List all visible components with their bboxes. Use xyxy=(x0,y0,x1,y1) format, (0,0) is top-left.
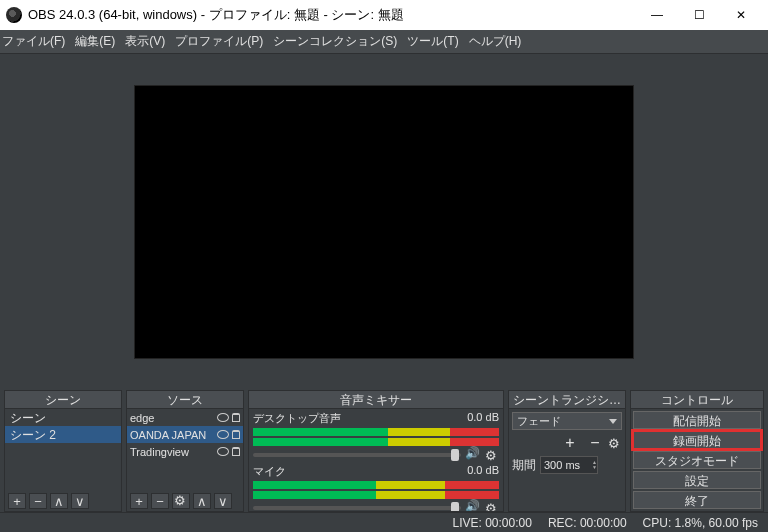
source-item[interactable]: Tradingview xyxy=(127,443,243,460)
scene-item[interactable]: シーン 2 xyxy=(5,426,121,443)
source-item[interactable]: edge xyxy=(127,409,243,426)
transitions-header: シーントランジシ… xyxy=(509,391,625,409)
source-down-button[interactable]: ∨ xyxy=(214,493,232,509)
mixer-dock: 音声ミキサー デスクトップ音声 0.0 dB マイク 0.0 dB xyxy=(248,390,504,512)
menu-tools[interactable]: ツール(T) xyxy=(407,33,458,50)
menu-profile[interactable]: プロファイル(P) xyxy=(175,33,263,50)
sources-header: ソース xyxy=(127,391,243,409)
spin-down-icon[interactable]: ▼ xyxy=(592,465,597,470)
channel-level: 0.0 dB xyxy=(467,464,499,479)
gear-icon xyxy=(174,494,188,508)
transitions-dock: シーントランジシ… フェード + − 期間 300 ms ▲▼ xyxy=(508,390,626,512)
scenes-footer: + − ∧ ∨ xyxy=(5,491,121,511)
menu-view[interactable]: 表示(V) xyxy=(125,33,165,50)
lock-icon[interactable] xyxy=(232,430,240,439)
gear-icon[interactable] xyxy=(485,501,499,511)
chevron-down-icon xyxy=(609,419,617,424)
status-bar: LIVE: 00:00:00 REC: 00:00:00 CPU: 1.8%, … xyxy=(0,512,768,532)
add-scene-button[interactable]: + xyxy=(8,493,26,509)
source-item[interactable]: OANDA JAPAN xyxy=(127,426,243,443)
menu-bar: ファイル(F) 編集(E) 表示(V) プロファイル(P) シーンコレクション(… xyxy=(0,30,768,54)
source-properties-button[interactable] xyxy=(172,493,190,509)
volume-slider[interactable] xyxy=(253,506,461,510)
start-recording-button[interactable]: 録画開始 xyxy=(633,431,761,449)
obs-logo-icon xyxy=(6,7,22,23)
vu-meter xyxy=(253,481,499,489)
exit-button[interactable]: 終了 xyxy=(633,491,761,509)
controls-dock: コントロール 配信開始 録画開始 スタジオモード 設定 終了 xyxy=(630,390,764,512)
controls-header: コントロール xyxy=(631,391,763,409)
status-live: LIVE: 00:00:00 xyxy=(452,516,531,530)
menu-help[interactable]: ヘルプ(H) xyxy=(469,33,522,50)
channel-name: デスクトップ音声 xyxy=(253,411,341,426)
sources-footer: + − ∧ ∨ xyxy=(127,491,243,511)
menu-scene-collection[interactable]: シーンコレクション(S) xyxy=(273,33,397,50)
sources-list: edge OANDA JAPAN Tradingview xyxy=(127,409,243,491)
vu-meter xyxy=(253,491,499,499)
preview-canvas[interactable] xyxy=(135,86,633,358)
volume-slider[interactable] xyxy=(253,453,461,457)
window-title: OBS 24.0.3 (64-bit, windows) - プロファイル: 無… xyxy=(28,6,636,24)
maximize-button[interactable]: ☐ xyxy=(678,0,720,30)
scene-down-button[interactable]: ∨ xyxy=(71,493,89,509)
source-label: OANDA JAPAN xyxy=(130,429,214,441)
preview-area xyxy=(0,54,768,390)
remove-scene-button[interactable]: − xyxy=(29,493,47,509)
status-cpu: CPU: 1.8%, 60.00 fps xyxy=(643,516,758,530)
docks-row: シーン シーン シーン 2 + − ∧ ∨ ソース edge OANDA JAP… xyxy=(0,390,768,512)
source-up-button[interactable]: ∧ xyxy=(193,493,211,509)
status-rec: REC: 00:00:00 xyxy=(548,516,627,530)
add-source-button[interactable]: + xyxy=(130,493,148,509)
transitions-body: フェード + − 期間 300 ms ▲▼ xyxy=(509,409,625,477)
menu-file[interactable]: ファイル(F) xyxy=(2,33,65,50)
duration-label: 期間 xyxy=(512,457,536,474)
visibility-icon[interactable] xyxy=(217,413,229,422)
menu-edit[interactable]: 編集(E) xyxy=(75,33,115,50)
sources-dock: ソース edge OANDA JAPAN Tradingview + − ∧ xyxy=(126,390,244,512)
scenes-list: シーン シーン 2 xyxy=(5,409,121,491)
minimize-button[interactable]: — xyxy=(636,0,678,30)
gear-icon[interactable] xyxy=(608,436,622,450)
mixer-header: 音声ミキサー xyxy=(249,391,503,409)
controls-body: 配信開始 録画開始 スタジオモード 設定 終了 xyxy=(631,409,763,511)
visibility-icon[interactable] xyxy=(217,447,229,456)
settings-button[interactable]: 設定 xyxy=(633,471,761,489)
scene-item[interactable]: シーン xyxy=(5,409,121,426)
mixer-channel: デスクトップ音声 0.0 dB xyxy=(249,409,503,462)
start-streaming-button[interactable]: 配信開始 xyxy=(633,411,761,429)
mixer-channel: マイク 0.0 dB xyxy=(249,462,503,511)
transition-selected: フェード xyxy=(517,414,561,429)
speaker-icon[interactable] xyxy=(466,449,480,461)
source-label: Tradingview xyxy=(130,446,214,458)
channel-name: マイク xyxy=(253,464,286,479)
duration-value: 300 ms xyxy=(544,459,580,471)
vu-meter xyxy=(253,438,499,446)
scenes-dock: シーン シーン シーン 2 + − ∧ ∨ xyxy=(4,390,122,512)
gear-icon[interactable] xyxy=(485,448,499,462)
channel-level: 0.0 dB xyxy=(467,411,499,426)
transition-select[interactable]: フェード xyxy=(512,412,622,430)
scene-up-button[interactable]: ∧ xyxy=(50,493,68,509)
lock-icon[interactable] xyxy=(232,447,240,456)
scenes-header: シーン xyxy=(5,391,121,409)
remove-transition-button[interactable]: − xyxy=(586,434,604,452)
speaker-icon[interactable] xyxy=(466,502,480,511)
visibility-icon[interactable] xyxy=(217,430,229,439)
remove-source-button[interactable]: − xyxy=(151,493,169,509)
studio-mode-button[interactable]: スタジオモード xyxy=(633,451,761,469)
add-transition-button[interactable]: + xyxy=(558,434,582,452)
lock-icon[interactable] xyxy=(232,413,240,422)
mixer-body: デスクトップ音声 0.0 dB マイク 0.0 dB xyxy=(249,409,503,511)
source-label: edge xyxy=(130,412,214,424)
window-titlebar: OBS 24.0.3 (64-bit, windows) - プロファイル: 無… xyxy=(0,0,768,30)
close-button[interactable]: ✕ xyxy=(720,0,762,30)
vu-meter xyxy=(253,428,499,436)
duration-input[interactable]: 300 ms ▲▼ xyxy=(540,456,598,474)
